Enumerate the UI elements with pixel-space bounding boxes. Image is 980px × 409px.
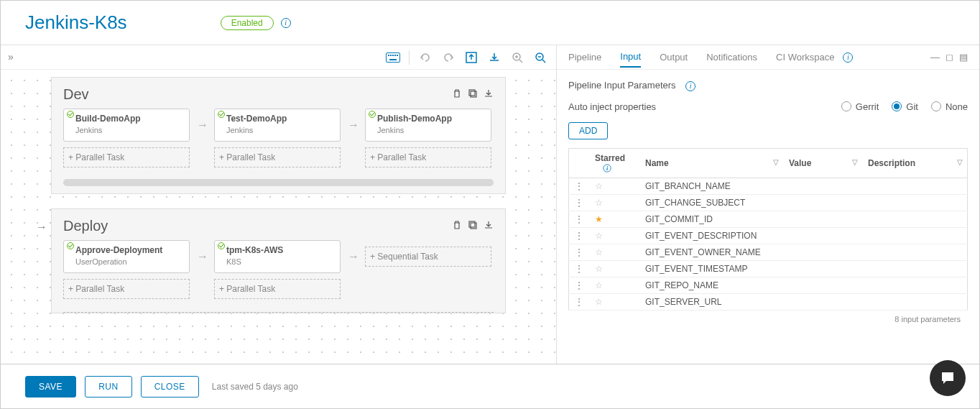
zoom-in-icon[interactable] [510, 50, 524, 65]
keyboard-icon[interactable] [386, 50, 400, 65]
row-menu-icon[interactable]: ⋮ [575, 181, 583, 191]
col-name[interactable]: Name [645, 158, 669, 168]
task-title: Publish-DemoApp [377, 114, 484, 124]
filter-icon[interactable]: ▽ [957, 158, 963, 166]
col-value[interactable]: Value [789, 158, 811, 168]
add-button[interactable]: ADD [568, 122, 608, 139]
tab-output[interactable]: Output [660, 47, 688, 67]
star-icon[interactable]: ☆ [595, 198, 603, 208]
col-starred[interactable]: Starred [595, 153, 625, 163]
svg-rect-5 [397, 55, 398, 56]
maximize-icon[interactable]: ▤ [959, 52, 968, 63]
task-title: Build-DemoApp [75, 114, 182, 124]
last-saved-label: Last saved 5 days ago [212, 382, 298, 392]
add-parallel-task[interactable]: + Parallel Task [63, 147, 190, 167]
filter-icon[interactable]: ▽ [852, 158, 858, 166]
stage-deploy[interactable]: → Deploy Approve-Deployment UserOperatio… [51, 208, 506, 313]
check-icon [218, 242, 225, 249]
task-card[interactable]: Publish-DemoApp Jenkins [365, 109, 491, 142]
check-icon [67, 111, 74, 118]
row-menu-icon[interactable]: ⋮ [575, 198, 583, 208]
footer: SAVE RUN CLOSE Last saved 5 days ago [1, 364, 979, 408]
row-menu-icon[interactable]: ⋮ [575, 214, 583, 224]
filter-icon[interactable]: ▽ [773, 158, 779, 166]
tab-pipeline[interactable]: Pipeline [568, 47, 601, 67]
param-name: GIT_EVENT_OWNER_NAME [639, 244, 783, 261]
row-menu-icon[interactable]: ⋮ [575, 297, 583, 307]
info-icon[interactable]: i [281, 18, 291, 28]
table-row: ⋮ ☆ GIT_REPO_NAME [569, 277, 968, 294]
chat-icon[interactable] [930, 360, 966, 396]
add-parallel-task[interactable]: + Parallel Task [214, 147, 341, 167]
star-icon[interactable]: ☆ [595, 231, 603, 241]
trash-icon[interactable] [452, 88, 462, 101]
download-icon[interactable] [484, 220, 494, 232]
radio-gerrit[interactable]: Gerrit [841, 101, 879, 112]
add-parallel-task[interactable]: + Parallel Task [365, 147, 491, 167]
star-icon[interactable]: ☆ [595, 297, 603, 307]
add-parallel-task[interactable]: + Parallel Task [214, 279, 341, 299]
star-icon[interactable]: ☆ [595, 264, 603, 274]
pipeline-title: Jenkins-K8s [25, 12, 127, 34]
info-icon[interactable]: i [603, 164, 611, 172]
input-params-table: Starred i Name▽ Value▽ Description▽ ⋮ ☆ … [568, 148, 968, 311]
param-value [783, 294, 862, 311]
task-title: Test-DemoApp [226, 114, 333, 124]
task-subtitle: Jenkins [226, 126, 333, 134]
param-description [862, 195, 968, 211]
trash-icon[interactable] [452, 220, 462, 232]
svg-rect-1 [388, 55, 389, 56]
copy-icon[interactable] [468, 88, 478, 101]
stage-dev[interactable]: Dev Build-DemoApp Jenkins → [51, 77, 506, 194]
task-card[interactable]: Approve-Deployment UserOperation [63, 240, 190, 273]
star-icon[interactable]: ★ [595, 214, 603, 224]
close-button[interactable]: CLOSE [141, 376, 199, 397]
copy-icon[interactable] [468, 220, 478, 232]
row-menu-icon[interactable]: ⋮ [575, 231, 583, 241]
export-icon[interactable] [464, 50, 479, 65]
restore-icon[interactable]: ◻ [946, 52, 953, 63]
param-description [862, 244, 968, 261]
import-icon[interactable] [487, 50, 501, 65]
tab-ci-workspace[interactable]: CI Workspace [776, 47, 834, 67]
star-icon[interactable]: ☆ [595, 181, 603, 191]
param-name: GIT_COMMIT_ID [639, 211, 783, 228]
svg-rect-11 [469, 90, 475, 96]
task-card[interactable]: tpm-K8s-AWS K8S [214, 240, 341, 273]
param-value [783, 277, 862, 294]
task-card[interactable]: Test-DemoApp Jenkins [214, 109, 341, 142]
row-menu-icon[interactable]: ⋮ [575, 264, 583, 274]
table-row: ⋮ ☆ GIT_EVENT_TIMESTAMP [569, 261, 968, 277]
radio-git[interactable]: Git [892, 101, 918, 112]
download-icon[interactable] [484, 88, 494, 101]
col-description[interactable]: Description [868, 158, 915, 168]
collapse-sidebar-icon[interactable]: » [8, 51, 14, 63]
task-title: Approve-Deployment [75, 245, 182, 255]
radio-none[interactable]: None [931, 101, 968, 112]
redo-icon[interactable] [441, 50, 456, 65]
zoom-out-icon[interactable] [533, 50, 547, 65]
row-menu-icon[interactable]: ⋮ [575, 247, 583, 257]
canvas-body[interactable]: Dev Build-DemoApp Jenkins → [1, 70, 556, 364]
table-footer: 8 input parameters [568, 311, 968, 328]
star-icon[interactable]: ☆ [595, 280, 603, 290]
save-button[interactable]: SAVE [25, 376, 76, 397]
star-icon[interactable]: ☆ [595, 247, 603, 257]
param-description [862, 228, 968, 244]
tab-notifications[interactable]: Notifications [706, 47, 757, 67]
param-value [783, 244, 862, 261]
add-parallel-task[interactable]: + Parallel Task [63, 279, 190, 299]
task-card[interactable]: Build-DemoApp Jenkins [63, 109, 190, 142]
info-icon[interactable]: i [685, 81, 695, 91]
param-name: GIT_CHANGE_SUBJECT [639, 195, 783, 211]
svg-rect-13 [469, 221, 475, 227]
undo-icon[interactable] [418, 50, 433, 65]
info-icon[interactable]: i [843, 52, 853, 63]
scrollbar[interactable] [63, 179, 494, 186]
row-menu-icon[interactable]: ⋮ [575, 280, 583, 290]
minimize-icon[interactable]: — [930, 52, 940, 63]
param-value [783, 261, 862, 277]
add-sequential-task[interactable]: + Sequential Task [365, 247, 491, 267]
run-button[interactable]: RUN [85, 376, 132, 397]
tab-input[interactable]: Input [620, 47, 641, 68]
